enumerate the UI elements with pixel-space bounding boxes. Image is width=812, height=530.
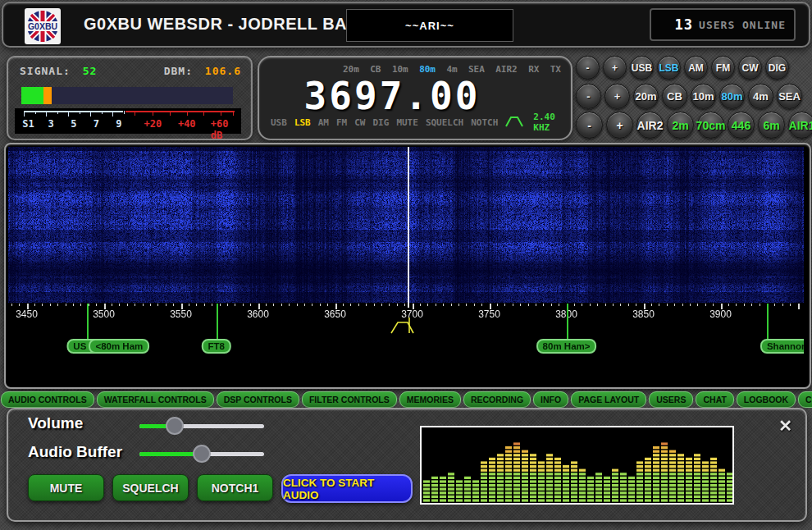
scale-tick xyxy=(50,304,51,306)
radio-button-am-row0[interactable]: AM xyxy=(684,56,708,80)
radio-button--row0[interactable]: - xyxy=(576,56,600,80)
radio-button--row1[interactable]: - xyxy=(576,84,601,109)
radio-button-cb-row1[interactable]: CB xyxy=(662,84,687,109)
scale-tick xyxy=(751,304,752,306)
radio-button-dig-row0[interactable]: DIG xyxy=(765,56,789,80)
radio-button-446-row2[interactable]: 446 xyxy=(728,112,755,139)
tab-filter-controls[interactable]: FILTER CONTROLS xyxy=(302,391,397,408)
scale-tick xyxy=(597,304,598,306)
s-meter-tick xyxy=(90,111,91,117)
scale-tick xyxy=(436,304,436,306)
click-to-start-audio-button[interactable]: CLICK TO START AUDIO xyxy=(281,474,413,503)
notch1-button[interactable]: NOTCH1 xyxy=(197,474,273,501)
scale-tick xyxy=(782,304,783,306)
scale-tick xyxy=(189,304,189,306)
band-marker-ft8[interactable]: FT8 xyxy=(202,339,231,354)
frequency-panel: 20mCB10m80m4mSEAAIR2RXTX 3697.00 USBLSBA… xyxy=(258,56,573,140)
radio-button-4m-row1[interactable]: 4m xyxy=(748,84,773,109)
band-marker-80m-ham[interactable]: <80m Ham xyxy=(89,339,149,354)
volume-thumb[interactable] xyxy=(166,417,184,435)
radio-button--row0[interactable]: + xyxy=(603,56,627,80)
scale-tick xyxy=(289,304,290,306)
dbm-readout: DBM: 106.6 xyxy=(164,65,241,77)
s-meter-label: +40 xyxy=(178,118,196,130)
scale-tick xyxy=(11,304,12,306)
band-indicator-rx: RX xyxy=(528,64,539,75)
scale-label-3750: 3750 xyxy=(478,308,500,320)
tab-users[interactable]: USERS xyxy=(649,391,693,408)
scale-tick xyxy=(427,304,428,306)
radio-button-6m-row2[interactable]: 6m xyxy=(758,112,785,139)
band-marker-shannon-volmet[interactable]: Shannon Volmet xyxy=(760,339,804,354)
scale-tick xyxy=(551,304,552,306)
dbm-value: 106.6 xyxy=(205,65,241,77)
scale-tick xyxy=(520,304,521,306)
radio-button-70cm-row2[interactable]: 70cm xyxy=(697,112,724,139)
close-icon[interactable]: ✕ xyxy=(778,416,792,436)
scale-tick xyxy=(112,304,112,306)
scale-tick xyxy=(728,304,729,306)
scale-tick xyxy=(196,304,197,306)
scale-tick xyxy=(605,304,606,306)
scale-tick xyxy=(690,304,691,306)
scale-label-3900: 3900 xyxy=(709,308,732,320)
band-marker-line-shannon-volmet xyxy=(767,304,769,339)
waterfall-display[interactable] xyxy=(8,147,804,303)
volume-slider[interactable] xyxy=(139,417,264,435)
signal-readout: SIGNAL: 52 xyxy=(20,65,97,77)
scale-tick xyxy=(381,304,382,306)
radio-button-fm-row0[interactable]: FM xyxy=(711,56,735,80)
users-label: USERS ONLINE xyxy=(699,19,786,31)
tab-logbook[interactable]: LOGBOOK xyxy=(737,391,796,408)
tab-audio-controls[interactable]: AUDIO CONTROLS xyxy=(1,391,94,408)
scale-tick xyxy=(157,304,158,306)
radio-button--row2[interactable]: + xyxy=(606,112,633,139)
scale-tick xyxy=(590,304,591,306)
tab-cb-codes[interactable]: CB CODES xyxy=(798,391,812,408)
radio-button-air1-row2[interactable]: AIR1 xyxy=(788,112,812,139)
s-meter-white-line xyxy=(24,111,123,112)
radio-button--row1[interactable]: + xyxy=(604,84,630,109)
radio-button-80m-row1[interactable]: 80m xyxy=(719,84,745,109)
radio-button-cw-row0[interactable]: CW xyxy=(738,56,762,80)
tab-info[interactable]: INFO xyxy=(533,391,568,408)
scale-tick xyxy=(798,304,800,309)
radio-button-10m-row1[interactable]: 10m xyxy=(691,84,716,109)
scale-tick xyxy=(358,304,359,306)
audio-buffer-slider[interactable] xyxy=(139,445,264,463)
tab-waterfall-controls[interactable]: WATERFALL CONTROLS xyxy=(97,391,214,408)
band-marker-line-80m-ham xyxy=(567,304,568,339)
radio-button--row2[interactable]: - xyxy=(576,112,603,139)
header-bar: G0XBU G0XBU WEBSDR - JODRELL BANK ~~ARI~… xyxy=(2,2,810,48)
audio-buttons-row: MUTESQUELCHNOTCH1CLICK TO START AUDIO xyxy=(28,474,413,503)
radio-button-20m-row1[interactable]: 20m xyxy=(633,84,659,109)
tab-memories[interactable]: MEMORIES xyxy=(399,391,461,408)
band-marker-80m-ham[interactable]: 80m Ham> xyxy=(536,339,597,354)
radio-button-lsb-row0[interactable]: LSB xyxy=(657,56,681,80)
radio-button-sea-row1[interactable]: SEA xyxy=(777,84,802,109)
audio-buffer-thumb[interactable] xyxy=(193,445,211,463)
s-meter-tick xyxy=(153,111,153,116)
scale-tick xyxy=(497,304,498,306)
scale-tick xyxy=(713,304,714,306)
radio-button-usb-row0[interactable]: USB xyxy=(630,56,654,80)
tab-page-layout[interactable]: PAGE LAYOUT xyxy=(571,391,646,408)
signal-readout-row: SIGNAL: 52 DBM: 106.6 xyxy=(20,65,241,77)
scale-label-3650: 3650 xyxy=(324,308,346,320)
s-meter-tick xyxy=(57,111,58,114)
radio-button-2m-row2[interactable]: 2m xyxy=(667,112,694,139)
scale-tick xyxy=(366,304,367,306)
mute-button[interactable]: MUTE xyxy=(28,474,104,501)
squelch-button[interactable]: SQUELCH xyxy=(112,474,189,501)
band-marker-line-us-vo xyxy=(87,304,89,339)
tab-recording[interactable]: RECORDING xyxy=(463,391,531,408)
s-meter-tick xyxy=(187,111,188,116)
scale-tick xyxy=(204,304,205,306)
scale-tick xyxy=(674,304,675,306)
tab-chat[interactable]: CHAT xyxy=(696,391,733,408)
tab-dsp-controls[interactable]: DSP CONTROLS xyxy=(217,391,299,408)
scale-tick xyxy=(667,304,668,306)
radio-button-air2-row2[interactable]: AIR2 xyxy=(636,112,664,139)
banner-box: ~~ARI~~ xyxy=(346,9,513,42)
scale-tick xyxy=(389,304,390,306)
